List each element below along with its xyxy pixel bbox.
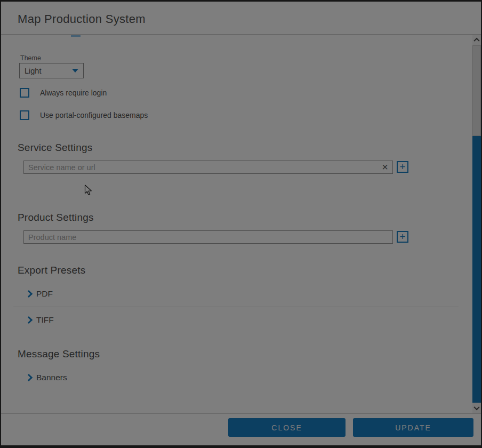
service-name-input[interactable] — [24, 161, 377, 173]
export-preset-tiff-label: TIFF — [36, 315, 54, 325]
clear-icon[interactable]: × — [377, 161, 392, 173]
message-settings-heading: Message Settings — [18, 348, 100, 360]
banners-row[interactable]: Banners — [26, 372, 67, 383]
always-require-login-label[interactable]: Always require login — [40, 89, 107, 97]
scroll-down-icon — [473, 404, 479, 410]
banners-label: Banners — [36, 373, 67, 382]
scroll-up-icon — [473, 38, 479, 44]
close-button[interactable]: CLOSE — [228, 418, 346, 437]
dialog-title: Map Production System — [18, 12, 146, 26]
export-preset-tiff-row[interactable]: TIFF — [26, 314, 54, 326]
portal-basemaps-checkbox[interactable] — [20, 110, 29, 120]
product-settings-heading: Product Settings — [18, 212, 94, 223]
service-input-wrap: × — [23, 161, 393, 174]
footer-divider — [1, 413, 481, 414]
theme-select-value: Light — [25, 67, 41, 75]
dropdown-caret-icon — [72, 69, 78, 73]
add-service-button[interactable]: + — [397, 161, 408, 173]
theme-field-label: Theme — [20, 54, 41, 62]
product-name-input[interactable] — [24, 231, 392, 243]
theme-select[interactable]: Light — [19, 63, 84, 78]
map-production-settings-dialog: Map Production System Theme Light Always… — [0, 0, 482, 448]
scrollbar-track-lower[interactable] — [472, 136, 481, 403]
add-product-button[interactable]: + — [397, 231, 408, 243]
chevron-right-icon — [25, 316, 33, 324]
update-button[interactable]: UPDATE — [353, 418, 473, 437]
chevron-right-icon — [25, 374, 33, 381]
export-preset-pdf-row[interactable]: PDF — [26, 288, 53, 300]
checkbox-row-require-login: Always require login — [20, 88, 107, 98]
scrollbar-thumb[interactable] — [472, 45, 481, 136]
export-preset-pdf-label: PDF — [36, 289, 53, 299]
checkbox-row-portal-basemaps: Use portal-configured basemaps — [20, 110, 148, 120]
mouse-cursor — [84, 185, 92, 196]
scrollbar-down-button[interactable] — [472, 403, 481, 413]
preset-divider — [13, 307, 459, 307]
product-input-wrap — [23, 230, 393, 244]
add-icon: + — [399, 161, 405, 172]
scrollbar-up-button[interactable] — [472, 35, 481, 45]
scrolled-content-remnant — [71, 35, 81, 37]
service-settings-heading: Service Settings — [18, 142, 93, 154]
always-require-login-checkbox[interactable] — [20, 88, 29, 98]
add-icon: + — [399, 231, 405, 242]
header-divider — [1, 34, 481, 35]
chevron-right-icon — [25, 290, 33, 298]
portal-basemaps-label[interactable]: Use portal-configured basemaps — [40, 111, 148, 119]
export-presets-heading: Export Presets — [18, 265, 85, 276]
